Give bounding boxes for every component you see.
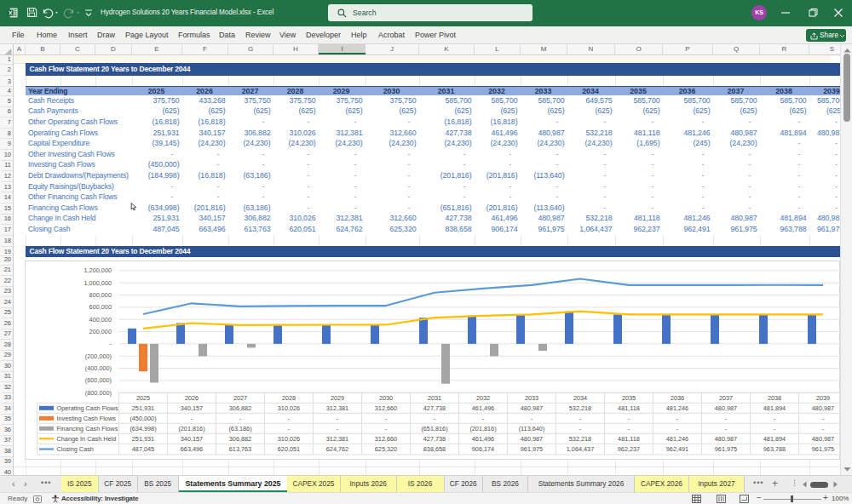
svg-text:-: -: [628, 424, 630, 432]
svg-text:1,064,437: 1,064,437: [567, 445, 594, 453]
svg-text:800,000: 800,000: [89, 291, 112, 299]
svg-text:-: -: [822, 424, 825, 432]
svg-text:-: -: [676, 424, 679, 432]
svg-text:-: -: [482, 414, 485, 421]
svg-text:624,762: 624,762: [326, 445, 348, 453]
svg-text:(800,000): (800,000): [85, 388, 112, 396]
svg-text:-: -: [385, 424, 388, 432]
svg-text:-: -: [579, 414, 582, 421]
svg-text:461,496: 461,496: [472, 404, 494, 411]
svg-text:961,975: 961,975: [812, 445, 834, 453]
svg-text:2031: 2031: [428, 394, 441, 402]
svg-text:-: -: [579, 424, 582, 432]
svg-text:480,987: 480,987: [521, 404, 543, 411]
svg-text:480,987: 480,987: [715, 434, 737, 442]
svg-text:2036: 2036: [671, 394, 684, 402]
svg-text:306,882: 306,882: [229, 404, 251, 411]
svg-text:2037: 2037: [719, 394, 733, 402]
svg-text:-: -: [239, 414, 242, 421]
svg-text:963,788: 963,788: [763, 445, 786, 453]
svg-text:532,218: 532,218: [569, 404, 591, 411]
svg-text:962,237: 962,237: [618, 445, 640, 453]
svg-text:(201,816): (201,816): [178, 424, 204, 432]
svg-text:-: -: [774, 414, 776, 421]
svg-text:310,026: 310,026: [278, 434, 300, 442]
svg-text:-: -: [385, 414, 388, 421]
svg-text:2027: 2027: [233, 394, 247, 402]
svg-text:-: -: [774, 424, 776, 432]
svg-text:481,894: 481,894: [763, 404, 786, 411]
svg-text:-: -: [725, 424, 728, 432]
svg-text:Closing Cash: Closing Cash: [57, 445, 94, 453]
svg-text:(400,000): (400,000): [85, 364, 112, 372]
svg-text:Change In Cash Held: Change In Cash Held: [57, 434, 117, 442]
svg-text:-: -: [288, 414, 291, 421]
svg-text:2038: 2038: [768, 394, 781, 402]
svg-text:2032: 2032: [476, 394, 490, 402]
svg-text:(63,186): (63,186): [228, 424, 251, 432]
svg-text:-: -: [822, 414, 825, 421]
svg-text:961,975: 961,975: [521, 445, 543, 453]
svg-text:Investing Cash Flows: Investing Cash Flows: [57, 414, 117, 421]
svg-text:600,000: 600,000: [89, 303, 112, 311]
svg-text:(113,640): (113,640): [519, 424, 545, 432]
svg-text:481,246: 481,246: [666, 404, 688, 411]
svg-text:312,660: 312,660: [375, 434, 397, 442]
svg-text:(651,816): (651,816): [421, 424, 447, 432]
svg-text:312,381: 312,381: [326, 434, 348, 442]
svg-text:461,496: 461,496: [472, 434, 494, 442]
svg-text:340,157: 340,157: [181, 404, 203, 411]
svg-text:(600,000): (600,000): [85, 376, 112, 384]
svg-text:481,246: 481,246: [666, 434, 688, 442]
svg-text:-: -: [531, 414, 533, 421]
svg-text:-: -: [676, 414, 679, 421]
svg-text:2033: 2033: [525, 394, 538, 402]
svg-text:-: -: [628, 414, 630, 421]
svg-text:(200,000): (200,000): [85, 352, 112, 359]
svg-text:480,987: 480,987: [812, 404, 834, 411]
svg-text:2026: 2026: [185, 394, 199, 402]
svg-text:251,931: 251,931: [132, 404, 154, 411]
svg-text:-: -: [288, 424, 291, 432]
svg-text:480,987: 480,987: [521, 434, 543, 442]
svg-text:-: -: [434, 414, 436, 421]
svg-text:481,894: 481,894: [763, 434, 786, 442]
svg-text:620,051: 620,051: [278, 445, 300, 453]
svg-text:Operating Cash Flows: Operating Cash Flows: [57, 404, 119, 411]
svg-text:625,320: 625,320: [375, 445, 397, 453]
svg-text:2035: 2035: [622, 394, 636, 402]
svg-text:(450,000): (450,000): [130, 414, 156, 421]
svg-text:1,000,000: 1,000,000: [84, 278, 112, 286]
svg-text:312,381: 312,381: [326, 404, 348, 411]
svg-text:306,882: 306,882: [229, 434, 251, 442]
svg-text:613,763: 613,763: [229, 445, 251, 453]
svg-text:Financing Cash Flows: Financing Cash Flows: [57, 424, 118, 432]
svg-text:532,218: 532,218: [569, 434, 591, 442]
svg-text:-: -: [725, 414, 728, 421]
svg-text:962,491: 962,491: [666, 445, 688, 453]
svg-text:481,118: 481,118: [618, 404, 640, 411]
svg-text:1,200,000: 1,200,000: [84, 266, 112, 274]
svg-text:961,975: 961,975: [715, 445, 737, 453]
svg-text:251,931: 251,931: [132, 434, 154, 442]
svg-text:340,157: 340,157: [181, 434, 203, 442]
svg-text:663,496: 663,496: [181, 445, 203, 453]
svg-text:427,738: 427,738: [423, 404, 446, 411]
svg-text:481,118: 481,118: [618, 434, 640, 442]
svg-text:2039: 2039: [816, 394, 830, 402]
svg-text:2025: 2025: [136, 394, 150, 402]
svg-text:(201,816): (201,816): [469, 424, 496, 432]
svg-text:200,000: 200,000: [89, 328, 112, 335]
svg-text:906,174: 906,174: [472, 445, 494, 453]
svg-text:427,738: 427,738: [423, 434, 446, 442]
svg-text:2034: 2034: [573, 394, 587, 402]
svg-text:(634,998): (634,998): [130, 424, 156, 432]
svg-text:480,987: 480,987: [812, 434, 834, 442]
svg-text:-: -: [337, 414, 339, 421]
svg-text:2030: 2030: [379, 394, 393, 402]
svg-text:480,987: 480,987: [715, 404, 737, 411]
svg-text:487,045: 487,045: [132, 445, 154, 453]
svg-text:-: -: [191, 414, 193, 421]
svg-text:-: -: [337, 424, 339, 432]
svg-text:310,026: 310,026: [278, 404, 300, 411]
